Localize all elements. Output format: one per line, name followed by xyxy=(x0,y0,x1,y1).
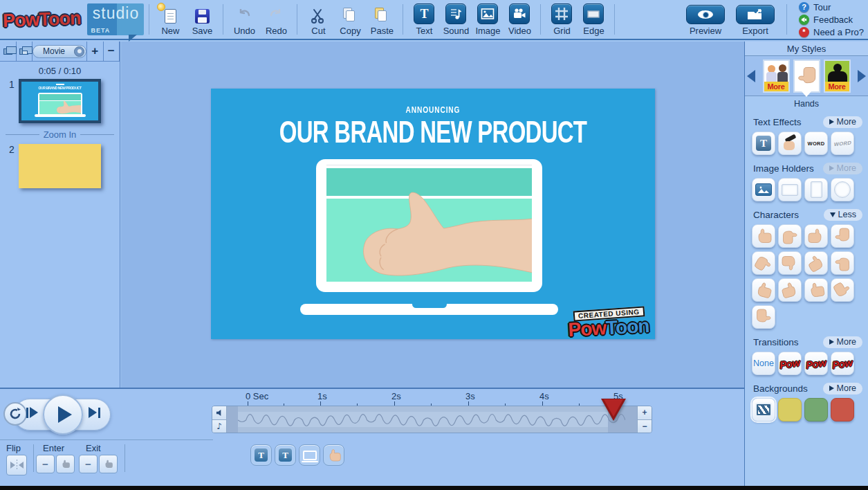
text-effect-handwriting[interactable] xyxy=(778,131,802,155)
carousel-right-arrow-icon[interactable] xyxy=(858,70,866,82)
slide-row-1: 1 OUR BRAND NEW PRODUCT xyxy=(0,79,120,123)
image-holder-portrait[interactable] xyxy=(804,178,828,201)
enter-effect-none-button[interactable]: − xyxy=(36,455,55,473)
timeline-zoom-in-button[interactable]: + xyxy=(638,406,652,419)
timeline-zoom-out-button[interactable]: − xyxy=(638,419,652,433)
transition-pow-2[interactable]: Pow xyxy=(804,352,828,375)
cut-button[interactable]: Cut xyxy=(302,1,334,37)
background-yellow[interactable] xyxy=(778,398,802,421)
redo-button[interactable]: Redo xyxy=(260,1,292,37)
music-button[interactable]: ♪ xyxy=(212,419,226,433)
character-hand-side[interactable] xyxy=(831,251,854,275)
carousel-left-arrow-icon[interactable] xyxy=(747,70,755,82)
image-holder-photo[interactable] xyxy=(752,178,775,201)
insert-video-button[interactable]: Video xyxy=(504,1,535,37)
character-hand-holding-card[interactable] xyxy=(831,278,854,302)
text-effect-word-swirl[interactable]: WORD xyxy=(831,131,854,155)
slide-stage[interactable]: ANNOUNCING OUR BRAND NEW PRODUCT CREATED… xyxy=(211,89,655,339)
save-button[interactable]: Save xyxy=(186,1,218,37)
tour-link[interactable]: ? Tour xyxy=(799,2,864,12)
transitions-section-header: Transitions More xyxy=(745,336,868,348)
transition-pow-1[interactable]: Pow xyxy=(778,352,802,375)
background-pattern-selected[interactable] xyxy=(752,398,775,421)
style-hands-thumb-selected[interactable] xyxy=(793,60,820,93)
backgrounds-more-button[interactable]: More xyxy=(823,383,862,394)
playhead-marker[interactable] xyxy=(601,399,626,421)
background-red[interactable] xyxy=(831,398,854,421)
transition-pow-3[interactable]: Pow xyxy=(831,352,854,375)
text-effects-tiles: T WORD WORD xyxy=(745,128,868,155)
waveform-scrubber[interactable] xyxy=(227,406,637,433)
hand-icon xyxy=(103,459,113,469)
editor-canvas[interactable]: ANNOUNCING OUR BRAND NEW PRODUCT CREATED… xyxy=(121,42,744,388)
text-effects-more-button[interactable]: More xyxy=(823,116,862,128)
video-camera-icon xyxy=(509,3,530,24)
voiceover-button[interactable] xyxy=(212,406,226,419)
add-slide-button[interactable]: + xyxy=(87,42,104,61)
image-holder-circle[interactable] xyxy=(831,178,854,201)
paste-button[interactable]: Paste xyxy=(366,1,398,37)
characters-less-button[interactable]: Less xyxy=(824,209,862,221)
character-hand-flat-left[interactable] xyxy=(831,224,854,248)
portrait-frame-icon xyxy=(811,181,822,198)
play-icon xyxy=(58,406,72,423)
new-button[interactable]: New xyxy=(154,1,186,37)
background-green[interactable] xyxy=(804,398,828,421)
loop-button[interactable] xyxy=(3,402,27,426)
timeline-item-text-2[interactable]: T xyxy=(275,444,296,466)
character-hand-ok-sign[interactable] xyxy=(778,278,802,302)
timeline-item-hand[interactable] xyxy=(323,444,344,466)
next-slide-button[interactable] xyxy=(89,407,100,418)
laptop-graphic[interactable] xyxy=(316,159,542,292)
feedback-link[interactable]: Feedback xyxy=(799,15,864,25)
exit-effect-hand-button[interactable] xyxy=(99,455,118,473)
insert-image-button[interactable]: Image xyxy=(472,1,504,37)
text-effect-word[interactable]: WORD xyxy=(804,131,828,155)
transitions-more-button[interactable]: More xyxy=(823,336,862,348)
character-hand-open-palm[interactable] xyxy=(752,278,775,302)
style-silhouette-thumb[interactable]: More xyxy=(824,60,851,93)
flip-button[interactable] xyxy=(6,455,27,475)
slide-number: 1 xyxy=(9,79,15,90)
undo-button[interactable]: Undo xyxy=(228,1,260,37)
character-hand-palm-down[interactable] xyxy=(752,251,775,275)
grid-toggle-button[interactable]: Grid xyxy=(546,1,578,37)
character-hand-flat-right[interactable] xyxy=(778,224,802,248)
character-hand-victory[interactable] xyxy=(804,278,828,302)
exit-effect-none-button[interactable]: − xyxy=(79,455,98,473)
export-button[interactable]: Export xyxy=(734,1,777,37)
image-holders-more-button[interactable]: More xyxy=(823,163,862,174)
my-styles-header: My Styles xyxy=(745,42,868,56)
transition-none[interactable]: None xyxy=(752,352,775,375)
enter-effect-hand-button[interactable] xyxy=(56,455,75,473)
slide-title-text[interactable]: OUR BRAND NEW PRODUCT xyxy=(266,115,600,149)
slide-2-thumbnail[interactable] xyxy=(19,144,101,188)
remove-slide-button[interactable]: − xyxy=(104,42,120,61)
style-characters-thumb[interactable]: More xyxy=(763,60,790,93)
need-a-pro-link[interactable]: * Need a Pro? xyxy=(799,27,864,37)
text-effect-plain[interactable]: T xyxy=(752,131,775,155)
character-hand-point-left[interactable] xyxy=(752,305,775,329)
edge-toggle-button[interactable]: Edge xyxy=(578,1,609,37)
preview-button[interactable]: Preview xyxy=(684,1,727,37)
copy-button[interactable]: Copy xyxy=(334,1,366,37)
slide-1-thumbnail[interactable]: OUR BRAND NEW PRODUCT xyxy=(19,79,101,123)
insert-text-button[interactable]: T Text xyxy=(408,1,440,37)
timeline-item-laptop[interactable] xyxy=(299,444,320,466)
play-button[interactable] xyxy=(43,394,83,435)
transition-indicator[interactable]: Zoom In xyxy=(6,129,114,140)
movie-mode-toggle[interactable]: Movie xyxy=(33,45,86,58)
slide-view-button[interactable] xyxy=(0,42,17,61)
character-hand-fist[interactable] xyxy=(804,224,828,248)
thumbs-up-hand-image[interactable] xyxy=(326,183,532,282)
slide-sorter-button[interactable] xyxy=(17,42,33,61)
character-hand-thumbs-up[interactable] xyxy=(752,224,775,248)
step-forward-button[interactable] xyxy=(26,407,38,418)
image-holder-landscape[interactable] xyxy=(778,178,802,201)
slide-kicker-text[interactable]: ANNOUNCING xyxy=(244,105,622,115)
character-hand-thumbs-down[interactable] xyxy=(778,251,802,275)
character-hand-pointing[interactable] xyxy=(804,251,828,275)
timeline-item-text-1[interactable]: T xyxy=(250,444,272,466)
insert-sound-button[interactable]: Sound xyxy=(440,1,472,37)
laptop-base[interactable] xyxy=(300,304,558,315)
